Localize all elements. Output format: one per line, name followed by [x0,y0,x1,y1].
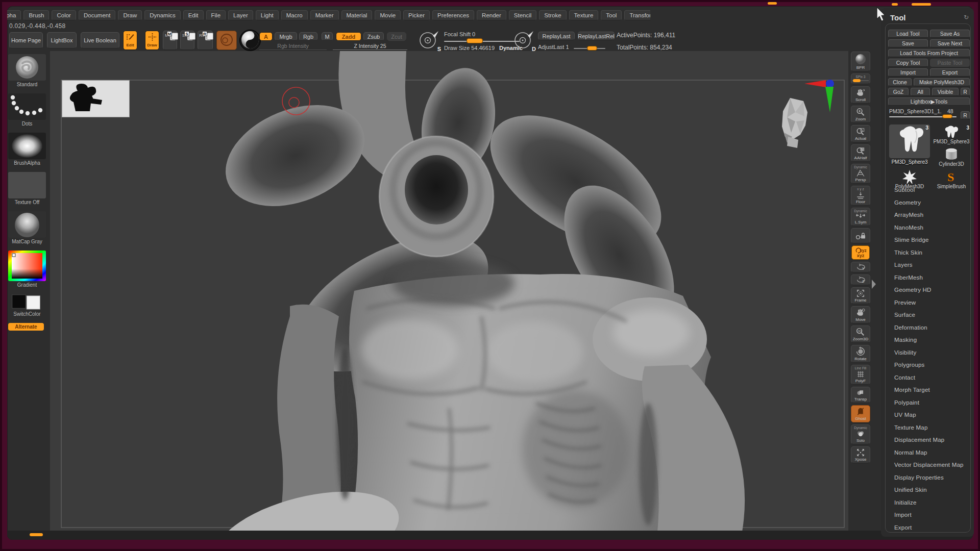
shelf-tile-matcap-gray[interactable]: MatCap Gray [8,211,46,244]
menu-item-macro[interactable]: Macro [281,10,308,20]
tool-section-morph-target[interactable]: Morph Target [894,384,971,396]
menu-item-light[interactable]: Light [256,10,279,20]
live-boolean-button[interactable]: Live Boolean [81,32,119,48]
tool-section-layers[interactable]: Layers [894,259,971,271]
menu-item-texture[interactable]: Texture [569,10,599,20]
menu-item-marker[interactable]: Marker [310,10,339,20]
tool-section-polypaint[interactable]: Polypaint [894,396,971,409]
tool-section-nanomesh[interactable]: NanoMesh [894,221,971,234]
rgb-button[interactable]: Rgb [299,32,317,41]
shelf-button-zoom3d[interactable]: 3D Zoom3D [851,325,870,343]
shelf-button-floor[interactable]: x y z Floor [851,186,870,206]
menu-item-tool[interactable]: Tool [601,10,622,20]
replay-last-rel-button[interactable]: ReplayLastRel [578,32,615,40]
menu-item-alpha[interactable]: Alpha [7,10,21,20]
replay-last-button[interactable]: ReplayLast [538,32,575,40]
goz-all-button[interactable]: All [911,88,930,96]
shelf-button-zoom[interactable]: Zoom [851,106,870,123]
tool-section-slime-bridge[interactable]: Slime Bridge [894,234,971,246]
tool-section-unified-skin[interactable]: Unified Skin [894,484,971,496]
menu-item-dynamics[interactable]: Dynamics [144,10,180,20]
menu-item-render[interactable]: Render [477,10,506,20]
mrgb-button[interactable]: Mrgb [275,32,297,41]
goz-r-button[interactable]: R [961,88,970,96]
shelf-button-transp[interactable]: Transp [851,387,870,403]
shelf-button-xpose[interactable]: Xpose [851,446,870,463]
zcut-button[interactable]: Zcut [387,32,406,41]
tool-section-geometry[interactable]: Geometry [894,196,971,209]
tool-section-subtool[interactable]: Subtool [894,184,971,196]
tool-section-import[interactable]: Import [894,509,971,521]
rotate-button[interactable]: R Rotate [198,31,213,50]
stroke-preview-d[interactable]: D [513,30,535,51]
tool-section-visibility[interactable]: Visibility [894,346,971,359]
tool-section-arraymesh[interactable]: ArrayMesh [894,209,971,221]
shelf-tile-switchcolor[interactable]: SwitchColor [8,294,46,317]
stroke-type-button[interactable] [216,31,237,50]
shelf-button-polyf[interactable]: Line Fill PolyF [851,365,870,385]
tool-thumbnail-pm3d-sphere3[interactable]: 3 PM3D_Sphere3 [932,124,971,144]
shelf-tile-alternate[interactable]: Alternate [8,323,44,331]
shelf-button-aahalf[interactable]: AAHalf [851,144,870,162]
document-preview-thumbnail[interactable] [62,81,129,117]
shelf-button-rotate-y[interactable]: Y [851,262,870,272]
menu-item-stroke[interactable]: Stroke [539,10,566,20]
shelf-button-local-pivot[interactable] [851,228,870,243]
shelf-button-bpr[interactable]: BPR [851,52,870,71]
save-next-button[interactable]: Save Next [930,39,970,47]
tool-section-polygroups[interactable]: Polygroups [894,359,971,371]
zsub-button[interactable]: Zsub [363,32,384,41]
save-as-button[interactable]: Save As [930,30,970,38]
zadd-button[interactable]: Zadd [336,32,361,41]
move-button[interactable]: M Move [163,31,177,50]
menu-item-picker[interactable]: Picker [403,10,430,20]
tool-section-display-properties[interactable]: Display Properties [894,471,971,484]
copy-tool-button[interactable]: Copy Tool [888,59,928,67]
z-intensity-slider[interactable]: Z Intensity 25 [333,42,407,50]
tool-section-export[interactable]: Export [894,521,971,534]
lightbox-tools-button[interactable]: Lightbox▶Tools [888,97,970,106]
menu-item-edit[interactable]: Edit [183,10,204,20]
menu-item-transform[interactable]: Transform [624,10,650,20]
tool-section-normal-map[interactable]: Normal Map [894,446,971,459]
goz-button[interactable]: GoZ [888,88,909,96]
tool-thumbnail-cylinder3d[interactable]: Cylinder3D [932,147,971,167]
tool-section-texture-map[interactable]: Texture Map [894,421,971,434]
sculpt-viewport[interactable] [50,51,848,532]
shelf-button-persp[interactable]: Dynamic Persp [851,164,870,184]
adjust-last-handle[interactable] [587,46,597,51]
material-button[interactable] [239,30,261,51]
goz-visible-button[interactable]: Visible [932,88,959,96]
make-polymesh3d-button[interactable]: Make PolyMesh3D [914,78,970,86]
tool-section-deformation[interactable]: Deformation [894,321,971,334]
shelf-button-move[interactable]: Move [851,306,870,323]
shelf-button-actual[interactable]: Actual [851,125,870,142]
tool-section-contact[interactable]: Contact [894,371,971,384]
shelf-tile-texture-off[interactable]: Texture Off [8,172,46,205]
tool-section-geometry-hd[interactable]: Geometry HD [894,284,971,296]
panel-collapse-chevron-icon[interactable] [872,280,876,289]
save-button[interactable]: Save [888,39,928,47]
shelf-button-ghost[interactable]: Ghost [851,405,870,422]
menu-item-brush[interactable]: Brush [23,10,49,20]
menu-item-layer[interactable]: Layer [228,10,253,20]
tool-section-preview[interactable]: Preview [894,296,971,309]
tool-section-thick-skin[interactable]: Thick Skin [894,246,971,259]
tool-section-uv-map[interactable]: UV Map [894,409,971,421]
tool-section-displacement-map[interactable]: Displacement Map [894,434,971,446]
mesh-slider-handle[interactable] [942,114,952,118]
rgb-intensity-slider[interactable]: Rgb Intensity [259,42,327,50]
scale-button[interactable]: S Scale [180,31,194,50]
shelf-tile-gradient[interactable]: Gradient [8,251,46,288]
paste-tool-button[interactable]: Paste Tool [930,59,970,67]
mesh-slider-r-button[interactable]: R [961,111,970,119]
draw-button[interactable]: Draw [145,31,159,50]
shelf-button-frame[interactable]: Frame [851,287,870,304]
stroke-preview-s[interactable]: S [419,30,440,51]
shelf-tile-brushalpha[interactable]: BrushAlpha [8,133,46,166]
tool-section-surface[interactable]: Surface [894,309,971,321]
shelf-button-scroll[interactable]: Scroll [851,86,870,104]
shelf-button-l-sym[interactable]: Dynamic L.Sym [851,208,870,226]
shelf-button-rotate-xyz[interactable]: xyz xyz [851,245,870,260]
tool-section-masking[interactable]: Masking [894,334,971,346]
